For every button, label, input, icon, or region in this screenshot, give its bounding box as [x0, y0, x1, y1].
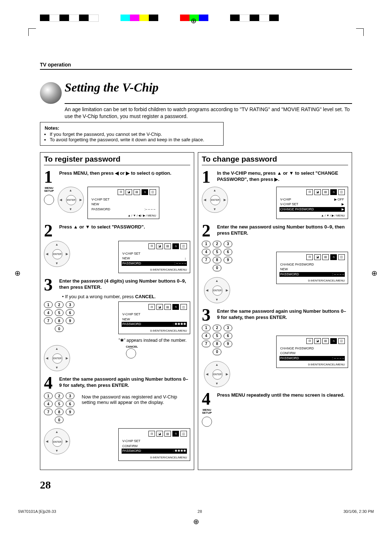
osd-screen: ⊡◪▤⦸◫ V-CHIP SET NEW PASSWORD: ✱✱✱✱ 0-9/… — [118, 301, 190, 334]
nav-pad-icon: ▲▼ ◀▶ ENTER — [204, 277, 230, 303]
step-text: Enter the same password again using Numb… — [217, 307, 348, 323]
osd-screen: ⊡◪▤⦸◫ CHANGE PASSWORD CONFIRM PASSWORD: … — [276, 336, 348, 368]
page-title: Setting the V-Chip — [65, 81, 352, 104]
color-bar — [40, 15, 279, 21]
section-header: TV operation — [40, 62, 352, 70]
registration-mark-bottom: ⊕ — [0, 517, 392, 526]
osd-screen: ⊡◪▤⦸◫ V-CHIP SET NEW↓ PASSWORD: – – – – … — [118, 241, 190, 274]
step-text: In the V-CHIP menu, press ▲ or ▼ to sele… — [217, 169, 348, 185]
step-number: 3 — [44, 277, 59, 292]
step-note: Now the password was registered and V-Ch… — [82, 394, 190, 405]
keypad-icon: 123 456 789 0 — [202, 325, 232, 357]
step-number: 1 — [44, 169, 59, 185]
step-text: Enter the same password again using Numb… — [59, 375, 190, 390]
note-item: If you forget the password, you cannot s… — [50, 131, 219, 137]
cancel-button-icon — [126, 348, 136, 358]
step-number: 4 — [44, 375, 59, 390]
asterisk-note: "✱" appears instead of the number. — [44, 338, 187, 343]
step-number: 3 — [202, 307, 217, 323]
footer-right: 30/1/06, 2:30 PM — [343, 509, 374, 514]
nav-pad-icon: ▲▼ ◀▶ ENTER — [202, 187, 228, 213]
osd-screen: ⊡◪▤⦸◫ V-CHIP SET CONFIRM PASSWORD: ✱✱✱✱ … — [118, 428, 190, 461]
keypad-icon: 123 456 789 0 — [44, 301, 74, 333]
notes-box: Notes: If you forget the password, you c… — [40, 122, 224, 146]
title-row: Setting the V-Chip — [40, 81, 352, 104]
footer-info: 5W70101A [E]p28-33 28 30/1/06, 2:30 PM — [18, 509, 374, 514]
step-number: 2 — [44, 223, 59, 238]
intro-text: An age limitation can be set to forbid c… — [65, 106, 352, 120]
menu-button-icon — [44, 195, 54, 205]
step-text: Enter the new password using Number butt… — [217, 223, 348, 238]
step-text: Press MENU repeatedly until the menu scr… — [217, 391, 348, 406]
step-text: Press MENU, then press ◀ or ▶ to select … — [59, 169, 190, 185]
cancel-label: CANCEL — [126, 345, 138, 348]
keypad-icon: 123 456 789 0 — [202, 241, 232, 273]
osd-screen: ⊡◪▤⦸◫ V-CHIP SET NEW PASSWORD:– – – – ▲ … — [87, 187, 159, 219]
print-marks: ⊕ — [0, 0, 392, 22]
footer-center: 28 — [197, 509, 202, 514]
nav-pad-icon: ▲▼ ◀▶ ENTER — [44, 241, 70, 267]
change-password-column: To change password 1 In the V-CHIP menu,… — [198, 152, 352, 470]
menu-button-icon — [202, 417, 212, 427]
notes-heading: Notes: — [45, 125, 219, 131]
step-number: 1 — [202, 169, 217, 185]
page-content: TV operation Setting the V-Chip An age l… — [0, 22, 392, 502]
menu-label: MENUSETUP — [202, 409, 212, 414]
step-text: Enter the password (4 digits) using Numb… — [59, 277, 190, 292]
footer-left: 5W70101A [E]p28-33 — [18, 509, 56, 514]
step-number: 4 — [202, 391, 217, 406]
page-number: 28 — [40, 479, 352, 491]
sphere-icon — [40, 82, 62, 104]
osd-screen: ⊡◪▤⦸◫ V-CHIP▶ OFF V-CHIP SET▶ CHANGE PAS… — [276, 187, 348, 219]
osd-screen: ⊡◪▤⦸◫ CHANGE PASSWORD NEW PASSWORD: – – … — [276, 252, 348, 284]
nav-pad-icon: ▲▼ ◀▶ ENTER — [44, 345, 70, 371]
column-heading: To register password — [44, 155, 190, 165]
nav-pad-icon: ▲▼ ◀▶ ENTER — [44, 428, 70, 454]
column-heading: To change password — [202, 155, 348, 165]
register-password-column: To register password 1 Press MENU, then … — [40, 152, 194, 470]
step-number: 2 — [202, 223, 217, 238]
menu-label: MENUSETUP — [44, 187, 54, 193]
note-item: To avoid forgetting the password, write … — [50, 137, 219, 142]
keypad-icon: 123 456 789 0 — [44, 393, 74, 425]
nav-pad-icon: ▲▼ ◀▶ ENTER — [58, 187, 84, 213]
nav-pad-icon: ▲▼ ◀▶ ENTER — [204, 361, 230, 387]
step-text: Press ▲ or ▼ to select "PASSWORD". — [59, 223, 190, 238]
